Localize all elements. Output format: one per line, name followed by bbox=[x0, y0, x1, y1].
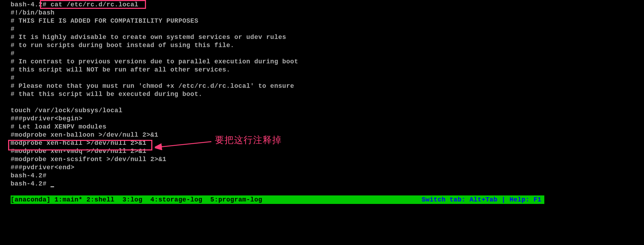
output-line: ###pvdriver<begin> bbox=[11, 115, 644, 123]
output-line-highlighted: modprobe xen-hcall >/dev/null 2>&1 bbox=[11, 139, 644, 147]
shell-prompt-line-cursor[interactable]: bash-4.2# bbox=[11, 180, 644, 188]
shell-prompt: bash-4.2# bbox=[11, 180, 51, 187]
output-line: #modprobe xen-balloon >/dev/null 2>&1 bbox=[11, 131, 644, 139]
terminal-output[interactable]: bash-4.2# cat /etc/rc.d/rc.local #!/bin/… bbox=[0, 0, 644, 188]
output-line: # that this script will be executed duri… bbox=[11, 90, 644, 98]
output-line: # THIS FILE IS ADDED FOR COMPATIBILITY P… bbox=[11, 17, 644, 25]
annotation-label: 要把这行注释掉 bbox=[215, 134, 282, 146]
command-line: bash-4.2# cat /etc/rc.d/rc.local bbox=[11, 1, 644, 9]
output-line: # this script will NOT be run after all … bbox=[11, 66, 644, 74]
output-line bbox=[11, 98, 644, 107]
tmux-status-bar-right: Switch tab: Alt+Tab | Help: F1 bbox=[414, 195, 544, 204]
output-line: ###pvdriver<end> bbox=[11, 164, 644, 172]
output-line: # to run scripts during boot instead of … bbox=[11, 41, 644, 50]
output-line: #!/bin/bash bbox=[11, 9, 644, 17]
output-line: # Let load XENPV modules bbox=[11, 123, 644, 131]
command-text: cat /etc/rc.d/rc.local bbox=[47, 1, 139, 8]
output-line: # bbox=[11, 50, 644, 58]
output-line: #modprobe xen-vmdq >/dev/null 2>&1 bbox=[11, 147, 644, 155]
output-line: # It is highly advisable to create own s… bbox=[11, 33, 644, 41]
output-line: # bbox=[11, 25, 644, 33]
output-line: touch /var/lock/subsys/local bbox=[11, 107, 644, 115]
output-line: # bbox=[11, 74, 644, 82]
output-line: # Please note that you must run 'chmod +… bbox=[11, 82, 644, 90]
shell-prompt: bash-4.2# bbox=[11, 1, 47, 8]
output-line: #modprobe xen-scsifront >/dev/null 2>&1 bbox=[11, 155, 644, 164]
output-line: # In contrast to previous versions due t… bbox=[11, 58, 644, 66]
cursor bbox=[51, 186, 54, 187]
shell-prompt-line: bash-4.2# bbox=[11, 172, 644, 180]
